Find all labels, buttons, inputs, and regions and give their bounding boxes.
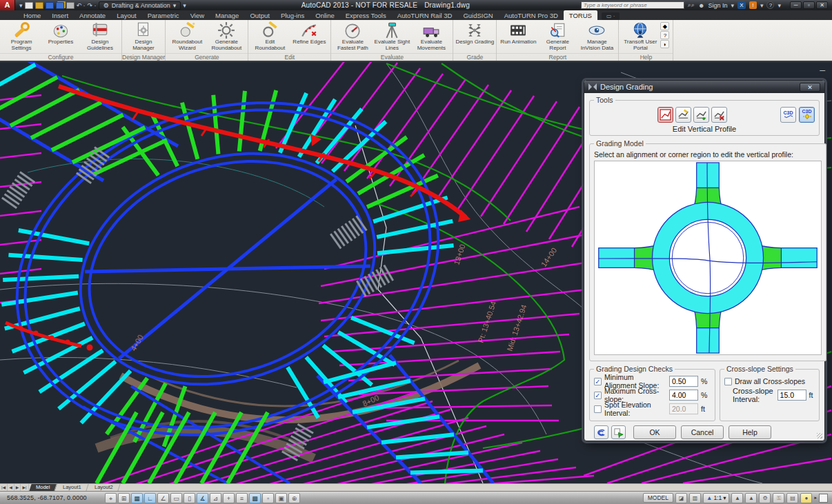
panel-label-report[interactable]: Report xyxy=(497,53,618,61)
tab-layout2[interactable]: Layout2 xyxy=(88,484,120,491)
panel-label-generate[interactable]: Generate xyxy=(166,53,248,61)
quick-properties-toggle[interactable]: ▫ xyxy=(262,493,274,503)
ribbon-tab-view[interactable]: View xyxy=(185,10,210,20)
polar-tracking-toggle[interactable]: ∠ xyxy=(157,493,169,503)
refine-edges-button[interactable]: Refine Edges xyxy=(290,21,328,45)
undo-icon[interactable]: ↶ · xyxy=(77,2,86,9)
alert-icon[interactable]: ! xyxy=(749,1,757,9)
selection-cycling-toggle[interactable]: ▣ xyxy=(275,493,287,503)
hardware-acceleration-icon[interactable]: ● xyxy=(800,493,812,503)
export-c3d-button[interactable]: C3D xyxy=(780,107,796,123)
exchange-apps-icon[interactable]: X xyxy=(737,1,746,9)
ribbon-tab-manage[interactable]: Manage xyxy=(210,10,244,20)
qat-customize-icon[interactable]: ▾ xyxy=(183,2,186,9)
ribbon-tab-torus[interactable]: TORUS xyxy=(564,10,597,20)
roundabout-wizard-button[interactable]: Roundabout Wizard xyxy=(168,21,206,51)
alert-dropdown-icon[interactable]: ▾ xyxy=(760,2,764,9)
help-small-icon[interactable]: ? xyxy=(660,31,669,39)
generate-report-button[interactable]: Generate Report xyxy=(538,21,577,51)
ribbon-tab-online[interactable]: Online xyxy=(310,10,339,20)
roundabout-preview[interactable] xyxy=(594,161,822,355)
ribbon-tab-guidsign[interactable]: GuidSIGN xyxy=(457,10,498,20)
layout-nav-icon[interactable]: ▶ xyxy=(14,484,21,491)
ribbon-tab-layout[interactable]: Layout xyxy=(111,10,142,20)
autocad-logo-icon[interactable]: A xyxy=(0,0,15,10)
maximum-cross-slope-checkbox[interactable]: ✓ xyxy=(594,392,602,399)
annotation-visibility-icon[interactable]: ▲ xyxy=(731,493,743,503)
panel-label-help[interactable]: Help xyxy=(619,53,673,61)
autoscale-icon[interactable]: ▲ xyxy=(745,493,757,503)
transparency-toggle[interactable]: ▩ xyxy=(249,493,261,503)
draw-profile-button[interactable] xyxy=(675,107,691,123)
manage-invision-data-button[interactable]: Manage InVision Data xyxy=(577,21,616,51)
ribbon-tab-insert[interactable]: Insert xyxy=(46,10,74,20)
search-binoculars-icon[interactable]: ⌕⌕ xyxy=(688,1,695,9)
spot-elevation-interval-input[interactable] xyxy=(669,403,698,414)
properties-button[interactable]: Properties xyxy=(41,21,80,45)
cross-slope-interval-input[interactable] xyxy=(777,390,806,401)
ribbon-tab-plug-ins[interactable]: Plug-ins xyxy=(275,10,310,20)
ribbon-tab-express-tools[interactable]: Express Tools xyxy=(340,10,392,20)
model-space-button[interactable]: MODEL xyxy=(643,493,673,503)
ok-button[interactable]: OK xyxy=(633,425,676,439)
clean-screen-icon[interactable] xyxy=(819,494,828,503)
panel-label-design-manager[interactable]: Design Manager xyxy=(122,53,165,61)
layout-nav-icon[interactable]: ◀ xyxy=(8,484,14,491)
grad-cap-icon[interactable]: ◆ xyxy=(660,22,669,30)
dialog-close-button[interactable]: ✕ xyxy=(800,83,820,92)
save-icon[interactable] xyxy=(46,2,54,9)
isolate-objects-icon[interactable]: ▤ xyxy=(786,493,798,503)
search-input[interactable] xyxy=(581,1,684,9)
object-snap-tracking-toggle[interactable]: ∡ xyxy=(197,493,208,503)
evaluate-sight-lines-button[interactable]: Evaluate Sight Lines xyxy=(373,21,411,51)
help-icon[interactable]: ? xyxy=(766,1,774,9)
ribbon-tab-autoturn-rail-3d[interactable]: AutoTURN Rail 3D xyxy=(392,10,458,20)
new-file-icon[interactable] xyxy=(25,2,33,9)
cancel-button[interactable]: Cancel xyxy=(681,425,724,439)
status-menu-arrow-icon[interactable]: ▸ xyxy=(814,495,817,501)
design-guidelines-button[interactable]: Design Guidelines xyxy=(81,21,119,51)
sign-in-link[interactable]: Sign In xyxy=(708,2,727,9)
panel-label-edit[interactable]: Edit xyxy=(248,53,330,61)
moon-icon[interactable]: ◗ xyxy=(660,40,669,48)
lineweight-toggle[interactable]: ≡ xyxy=(236,493,248,503)
quick-view-drawings-icon[interactable]: ▥ xyxy=(689,493,701,503)
app-menu-arrow-icon[interactable]: ▾ xyxy=(19,2,23,9)
layout-nav-icon[interactable]: |◀ xyxy=(0,484,8,491)
sign-in-dropdown-icon[interactable]: ▾ xyxy=(731,2,734,9)
3d-object-snap-toggle[interactable]: ▯ xyxy=(184,493,195,503)
dynamic-ucs-toggle[interactable]: ⊿ xyxy=(210,493,221,503)
transoft-user-portal-button[interactable]: Transoft User Portal xyxy=(621,21,660,51)
ribbon-tab-autoturn-pro-3d[interactable]: AutoTURN Pro 3D xyxy=(499,10,564,20)
generate-roundabout-button[interactable]: Generate Roundabout xyxy=(207,21,246,51)
spot-elevation-interval-checkbox[interactable] xyxy=(594,405,602,413)
annotation-monitor-toggle[interactable]: ⊕ xyxy=(288,493,300,503)
tab-model[interactable]: Model xyxy=(29,484,57,491)
draw-all-cross-slopes-checkbox[interactable] xyxy=(724,378,732,385)
layout-nav-icon[interactable]: ▶| xyxy=(21,484,28,491)
panel-label-evaluate[interactable]: Evaluate xyxy=(331,53,453,61)
edit-roundabout-button[interactable]: Edit Roundabout xyxy=(250,21,289,51)
restore-button[interactable]: ▫ xyxy=(803,1,815,9)
redo-icon[interactable]: ↷ · xyxy=(88,2,97,9)
open-file-icon[interactable] xyxy=(35,2,43,9)
snap-mode-toggle[interactable]: ⊞ xyxy=(118,493,130,503)
close-button[interactable]: ✕ xyxy=(816,1,828,9)
resize-grip[interactable] xyxy=(817,433,822,439)
dialog-title-bar[interactable]: Design Grading ✕ xyxy=(584,81,824,93)
minimum-alignment-slope-checkbox[interactable]: ✓ xyxy=(594,378,602,385)
design-manager-button[interactable]: Design Manager xyxy=(124,21,163,51)
maximum-cross-slope-input[interactable] xyxy=(669,390,698,401)
c3d-surface-button[interactable]: C3D xyxy=(799,107,815,123)
import-data-button[interactable] xyxy=(611,425,626,439)
program-settings-button[interactable]: Program Settings xyxy=(2,21,41,51)
annotation-scale-control[interactable]: ▲ 1:1 ▾ xyxy=(703,493,730,503)
drawing-minimize-icon[interactable]: ─ xyxy=(820,66,825,74)
edit-vertical-profile-button[interactable] xyxy=(657,107,673,123)
workspace-gear-icon[interactable]: ⚙ xyxy=(759,493,771,503)
minimum-alignment-slope-input[interactable] xyxy=(669,376,698,387)
help-dropdown-icon[interactable]: ▾ xyxy=(777,2,781,9)
ribbon-minimize-icon[interactable]: ▭ · xyxy=(602,12,620,20)
minimize-button[interactable]: ─ xyxy=(790,1,802,9)
ribbon-tab-annotate[interactable]: Annotate xyxy=(74,10,111,20)
